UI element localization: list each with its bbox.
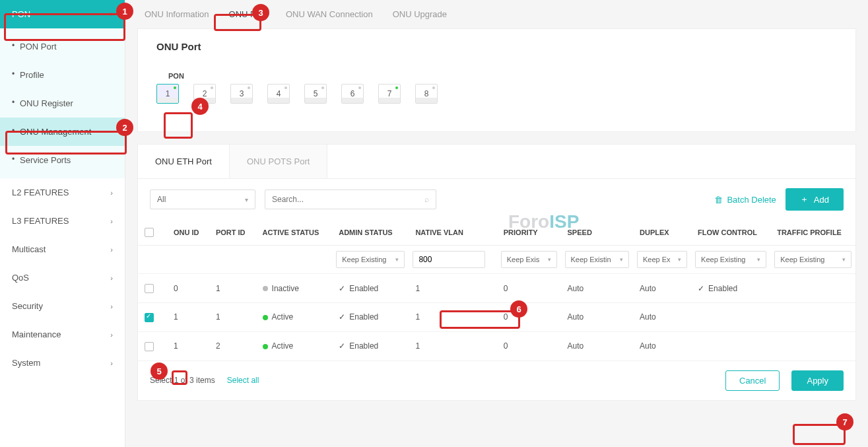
sidebar-item-onu-register[interactable]: ONU Register [0,89,125,118]
sidebar-item-label: L2 FEATURES [12,188,69,197]
bulk-traffic-profile-select[interactable]: Keep Existing▾ [774,251,851,268]
chevron-down-icon: ▾ [245,196,248,203]
filter-dropdown-label: All [157,195,166,204]
pon-port-2[interactable]: 2 [193,84,216,104]
sidebar-item-security[interactable]: Security› [0,292,125,320]
status-dot-icon [263,286,268,291]
row-checkbox[interactable] [145,342,154,351]
add-label: Add [814,195,829,205]
col-priority: PRIORITY [497,220,561,246]
sidebar-item-label: QoS [12,273,29,283]
select-value: Keep Existing [342,256,386,263]
select-value: Keep Existing [701,256,745,263]
chevron-right-icon: › [110,217,113,225]
sidebar-item-qos[interactable]: QoS› [0,263,125,292]
cell-port-id: 1 [209,274,256,303]
pon-label: PON [168,72,837,80]
sidebar-item-onu-management[interactable]: ONU Management [0,118,125,146]
cell-priority: 0 [497,274,561,303]
subtab-onu-eth-port[interactable]: ONU ETH Port [138,145,230,178]
chevron-right-icon: › [110,189,113,197]
bulk-priority-select[interactable]: Keep Exis▾ [501,251,557,268]
row-checkbox[interactable] [145,313,154,322]
search-icon: ⌕ [424,195,429,204]
search-input[interactable] [272,195,424,204]
status-dot-icon [263,315,268,320]
sidebar-item-service-ports[interactable]: Service Ports [0,146,125,174]
batch-delete-button[interactable]: 🗑 Batch Delete [714,195,776,205]
bulk-native-vlan-input[interactable] [413,251,485,268]
sidebar-item-maintenance[interactable]: Maintenance› [0,320,125,349]
sidebar-item-profile[interactable]: Profile [0,61,125,89]
select-value: Keep Existin [571,256,611,263]
cell-native-vlan: 1 [409,302,496,331]
sidebar-item-label: ONU Management [20,127,91,137]
cell-port-id: 2 [209,331,256,361]
pon-port-8[interactable]: 8 [415,84,438,104]
select-value: Keep Ex [643,256,671,263]
col-onu-id: ONU ID [167,220,209,246]
onu-port-table: ONU ID PORT ID ACTIVE STATUS ADMIN STATU… [138,220,855,361]
chevron-right-icon: › [110,274,113,282]
table-row: 1 2 Active ✓Enabled 1 0 Auto Auto [138,331,855,361]
pon-port-label: 1 [166,89,170,98]
tab-onu-upgrade[interactable]: ONU Upgrade [390,7,450,22]
row-checkbox[interactable] [145,284,154,293]
col-port-id: PORT ID [209,220,256,246]
sidebar-item-l2-features[interactable]: L2 FEATURES› [0,178,125,207]
cancel-button[interactable]: Cancel [725,370,780,391]
subtab-onu-pots-port[interactable]: ONU POTS Port [230,145,327,178]
check-icon: ✓ [339,341,345,351]
tab-label: ONU Information [145,9,209,19]
tab-onu-information[interactable]: ONU Information [142,7,212,22]
table-row: 1 1 Active ✓Enabled 1 0 Auto Auto [138,302,855,331]
sidebar-section-label: PON [12,9,30,19]
bulk-duplex-select[interactable]: Keep Ex▾ [637,251,687,268]
sidebar-item-label: Maintenance [12,329,61,339]
sidebar-item-label: ONU Register [20,98,73,108]
pon-port-7[interactable]: 7 [378,84,401,104]
select-all-checkbox[interactable] [145,228,154,237]
pon-port-3[interactable]: 3 [230,84,253,104]
sidebar-item-label: Service Ports [20,155,71,165]
bulk-admin-status-select[interactable]: Keep Existing▾ [336,251,405,268]
cell-native-vlan: 1 [409,331,496,361]
sidebar-item-l3-features[interactable]: L3 FEATURES› [0,207,125,235]
cell-admin-status: Enabled [349,312,378,322]
check-icon: ✓ [339,284,345,293]
pon-port-6[interactable]: 6 [341,84,364,104]
bulk-flow-control-select[interactable]: Keep Existing▾ [695,251,766,268]
chevron-down-icon: ▾ [548,256,551,263]
col-speed: SPEED [561,220,633,246]
pon-selector: 1 2 3 4 5 6 7 8 [156,84,837,120]
col-active-status: ACTIVE STATUS [256,220,333,246]
sidebar-item-label: Security [12,301,43,311]
sidebar-section-pon[interactable]: PON ▾ [0,0,125,28]
pon-port-label: 2 [203,89,207,98]
sidebar-item-pon-port[interactable]: PON Port [0,32,125,61]
batch-delete-label: Batch Delete [727,195,776,205]
selection-summary: Select 1 of 3 items [150,376,215,385]
add-button[interactable]: ＋ Add [785,188,844,211]
chevron-down-icon: ▾ [842,256,846,263]
tab-label: ONU Port [229,9,266,19]
bulk-speed-select[interactable]: Keep Existin▾ [565,251,629,268]
sidebar-item-multicast[interactable]: Multicast› [0,235,125,263]
cell-duplex: Auto [633,274,691,303]
sidebar-item-system[interactable]: System› [0,349,125,377]
bulk-edit-row: Keep Existing▾ Keep Exis▾ Keep Existin▾ … [138,246,855,274]
pon-port-5[interactable]: 5 [304,84,327,104]
pon-port-4[interactable]: 4 [267,84,290,104]
pon-port-1[interactable]: 1 [156,84,179,104]
pon-port-label: 5 [314,89,318,98]
search-input-wrapper[interactable]: ⌕ [265,189,436,209]
cell-flow-control [691,302,770,331]
tab-onu-port[interactable]: ONU Port [226,7,269,22]
filter-dropdown[interactable]: All ▾ [150,189,255,209]
pon-port-label: 8 [424,89,429,98]
apply-button[interactable]: Apply [791,370,844,391]
tab-onu-wan-connection[interactable]: ONU WAN Connection [283,7,376,22]
col-traffic-profile: TRAFFIC PROFILE [770,220,855,246]
cell-admin-status: Enabled [349,341,378,351]
select-all-link[interactable]: Select all [227,376,259,385]
